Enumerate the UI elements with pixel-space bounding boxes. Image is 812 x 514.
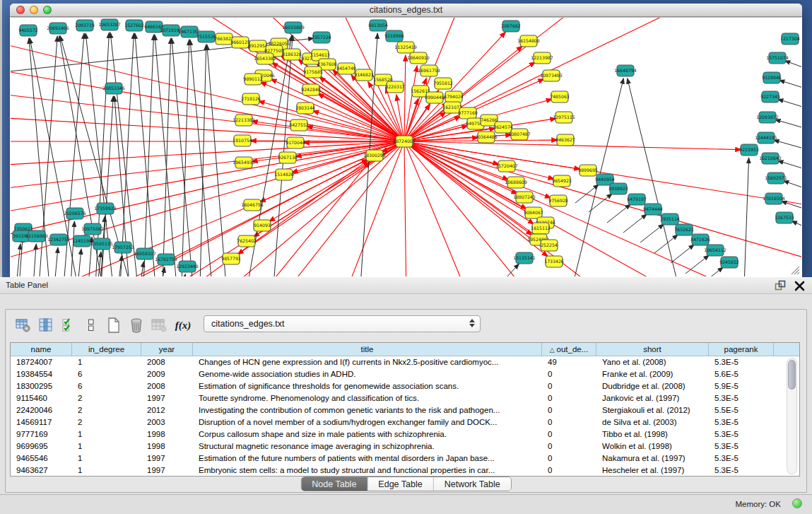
table-row[interactable]: 946554611997Estimation of the future num… [11, 452, 799, 465]
graph-node[interactable]: 12923448 [176, 261, 199, 272]
graph-node[interactable]: 20206576 [64, 208, 86, 219]
graph-node[interactable]: 9170044 [286, 137, 305, 148]
resize-grip-icon[interactable] [790, 265, 800, 275]
graph-node[interactable]: 2718126 [241, 93, 261, 105]
select-columns-button[interactable] [59, 315, 78, 335]
table-row[interactable]: 1830029562008Estimation of significance … [11, 380, 799, 392]
function-builder-button[interactable]: f(x) [174, 315, 192, 335]
graph-node[interactable]: 9267130 [278, 152, 298, 163]
graph-node[interactable]: 7515526 [196, 31, 216, 42]
graph-node[interactable]: 1145194 [72, 235, 92, 247]
graph-node[interactable]: 15751074 [766, 52, 789, 64]
float-panel-icon[interactable] [775, 280, 786, 291]
graph-node[interactable]: 1527602 [124, 20, 144, 31]
table-settings-button[interactable] [14, 315, 33, 335]
graph-node[interactable]: 9890112 [243, 74, 263, 85]
graph-node[interactable]: 6794024 [444, 91, 464, 103]
graph-node[interactable]: 12444195 [755, 132, 777, 144]
graph-node[interactable]: 9245652 [719, 257, 739, 268]
graph-node[interactable]: 9175685 [303, 66, 323, 78]
graph-node[interactable]: 8186328 [282, 49, 302, 60]
graph-node[interactable]: 17957253 [112, 242, 134, 253]
graph-node[interactable]: 8990448 [425, 92, 445, 103]
graph-node[interactable]: 16154808 [517, 35, 540, 47]
table-scrollbar-thumb[interactable] [788, 360, 796, 390]
graph-node[interactable]: 12213383 [233, 115, 255, 126]
graph-node[interactable]: 9405572 [18, 25, 38, 36]
tab-node-table[interactable]: Node Table [301, 477, 367, 491]
table-row[interactable]: 969969511998Structural magnetic resonanc… [11, 440, 799, 452]
table-selector-dropdown[interactable]: citations_edges.txt [204, 315, 481, 332]
network-window[interactable]: citations_edges.txt 94055722069140620937… [10, 4, 802, 277]
graph-node[interactable]: 19654935 [233, 157, 255, 168]
graph-node[interactable]: 9146821 [354, 69, 374, 81]
graph-node[interactable]: 9899695 [578, 165, 598, 176]
close-panel-icon[interactable] [794, 281, 805, 291]
graph-node[interactable]: 17016504 [763, 193, 785, 204]
graph-node[interactable]: 7625402 [237, 235, 257, 247]
table-row[interactable]: 977716911998Corpus callosum shape and si… [11, 428, 799, 440]
graph-node[interactable]: 18724007 [393, 136, 416, 147]
table-row[interactable]: 1872400712008Changes of HCN gene express… [11, 356, 799, 368]
graph-node[interactable]: 16543382 [254, 53, 276, 64]
graph-node[interactable]: 9857791 [221, 253, 241, 264]
graph-node[interactable]: 16046756 [241, 199, 264, 211]
graph-node[interactable]: 10973493 [540, 70, 563, 81]
graph-node[interactable]: 20691406 [47, 23, 69, 34]
graph-node[interactable]: 1167533 [775, 212, 794, 223]
graph-node[interactable]: 7485063 [550, 91, 570, 103]
graph-node[interactable]: 8454749 [336, 63, 356, 74]
graph-node[interactable]: 10654112 [704, 245, 726, 256]
row-height-button[interactable] [82, 315, 100, 335]
graph-node[interactable]: 9474444 [643, 204, 663, 215]
graph-node[interactable]: 10807487 [508, 129, 531, 140]
table-row[interactable]: 2242004622012Investigating the contribut… [11, 404, 799, 416]
column-header-in_degree[interactable]: in_degree [72, 343, 141, 356]
tab-edge-table[interactable]: Edge Table [367, 477, 433, 491]
network-canvas[interactable]: 9405572206914062093719106532871527602646… [11, 17, 801, 276]
graph-node[interactable]: 20364486 [475, 132, 498, 143]
graph-node[interactable]: 10975887 [81, 223, 104, 235]
graph-node[interactable]: 11325419 [394, 42, 417, 53]
column-header-short[interactable]: short [596, 343, 709, 356]
graph-node[interactable]: 16961758 [418, 65, 440, 76]
column-header-out_de[interactable]: △out_de... [542, 343, 596, 356]
graph-node[interactable]: 16648794 [614, 65, 637, 76]
graph-node[interactable]: 12342757 [47, 234, 70, 245]
table-row[interactable]: 1456911722003Disruption of a novel membe… [11, 416, 799, 428]
graph-node[interactable]: 12213987 [531, 52, 553, 64]
graph-node[interactable]: 17359928 [94, 203, 117, 214]
graph-node[interactable]: 8938923 [608, 183, 628, 194]
delete-column-button[interactable] [127, 315, 146, 335]
network-window-titlebar[interactable]: citations_edges.txt [10, 4, 802, 17]
graph-node[interactable]: 9215953 [739, 144, 759, 156]
graph-node[interactable]: 16210643 [759, 153, 782, 164]
graph-node[interactable]: 1615112 [531, 223, 551, 234]
show-columns-button[interactable] [37, 315, 55, 335]
graph-node[interactable]: 9756928 [548, 195, 568, 206]
graph-node[interactable]: 12975115 [553, 112, 575, 123]
graph-node[interactable]: 9660125 [230, 37, 250, 48]
column-header-pagerank[interactable]: pagerank [709, 343, 774, 356]
graph-node[interactable]: 11156869 [25, 230, 48, 242]
graph-node[interactable]: 1217304 [780, 33, 800, 45]
graph-node[interactable]: 1733426 [544, 256, 564, 267]
graph-node[interactable]: 15692971 [765, 173, 787, 184]
column-header-title[interactable]: title [193, 343, 542, 356]
column-header-year[interactable]: year [141, 343, 193, 356]
graph-node[interactable]: 15135141 [513, 252, 536, 264]
graph-node[interactable]: 2935114 [660, 214, 680, 225]
graph-node[interactable]: 16782759 [155, 254, 177, 265]
graph-node[interactable]: 9129946 [762, 72, 782, 83]
graph-node[interactable]: 1810754 [233, 135, 252, 146]
table-row[interactable]: 911546021997Tourette syndrome. Phenomeno… [11, 392, 799, 404]
column-header-name[interactable]: name [11, 343, 72, 356]
graph-node[interactable]: 252254 [541, 240, 558, 251]
graph-node[interactable]: 1514826 [274, 169, 294, 180]
graph-node[interactable]: 8813054 [368, 20, 388, 31]
graph-node[interactable]: 16033809 [282, 22, 305, 33]
graph-node[interactable]: 7632621 [674, 224, 694, 235]
graph-node[interactable]: 10653287 [98, 19, 121, 30]
tab-network-table[interactable]: Network Table [434, 477, 511, 491]
table-row[interactable]: 1938455462009Genome-wide association stu… [11, 368, 799, 380]
